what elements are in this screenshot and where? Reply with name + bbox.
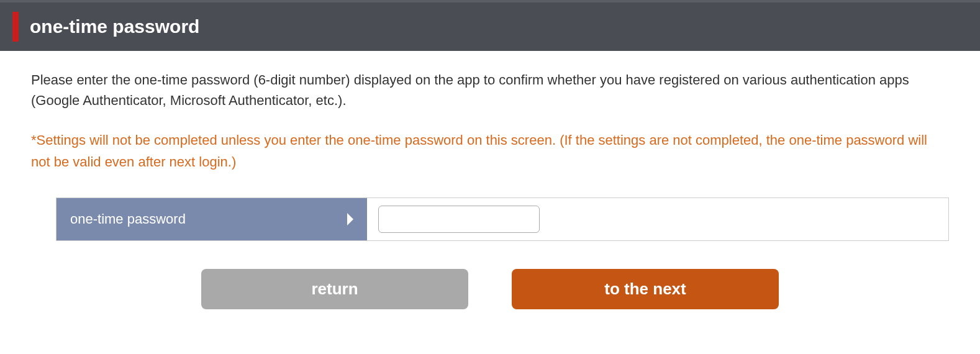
page-title: one-time password — [30, 16, 199, 37]
instruction-text: Please enter the one-time password (6-di… — [31, 70, 949, 111]
accent-bar — [12, 12, 19, 42]
next-button[interactable]: to the next — [512, 269, 779, 309]
button-row: return to the next — [31, 269, 949, 309]
otp-input[interactable] — [378, 206, 540, 233]
otp-field-label: one-time password — [57, 198, 367, 240]
page-header: one-time password — [0, 2, 980, 51]
arrow-right-icon — [347, 213, 353, 225]
return-button[interactable]: return — [201, 269, 468, 309]
otp-form-row: one-time password — [56, 197, 949, 241]
content-area: Please enter the one-time password (6-di… — [0, 51, 980, 334]
otp-label-text: one-time password — [70, 211, 186, 227]
warning-text: *Settings will not be completed unless y… — [31, 129, 949, 173]
otp-input-wrap — [367, 198, 948, 240]
